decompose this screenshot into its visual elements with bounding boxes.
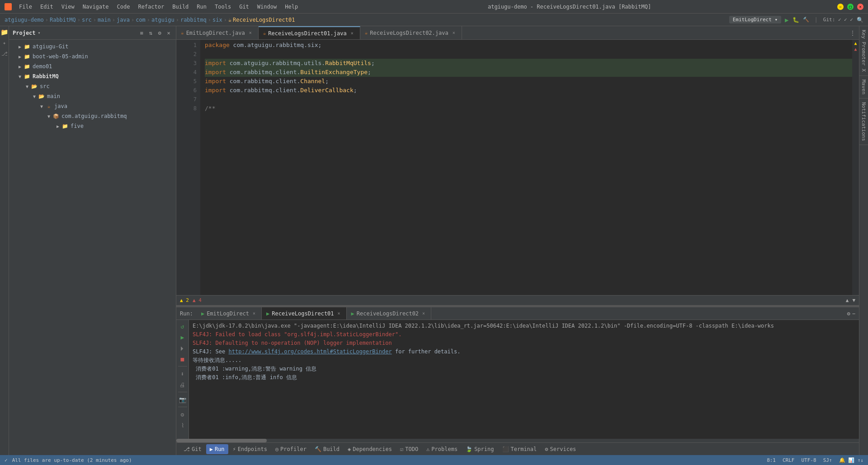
menu-run[interactable]: Run (193, 3, 210, 11)
breadcrumb-project[interactable]: atgiugu-demo (5, 17, 44, 23)
settings-button[interactable]: ⚙ (156, 29, 163, 37)
rerun-button[interactable]: ↺ (178, 322, 187, 331)
code-content[interactable]: package com.atguigu.rabbitmq.six; import… (200, 40, 852, 295)
breadcrumb-main[interactable]: main (98, 17, 111, 23)
bottom-tab-run[interactable]: ▶ Run (206, 444, 228, 454)
tab-close-button[interactable]: × (349, 30, 355, 37)
toolbar-build[interactable]: 🔨 (803, 17, 809, 23)
menu-file[interactable]: File (15, 3, 36, 11)
settings-run-button[interactable]: ⚙ (178, 410, 187, 419)
breadcrumb-six[interactable]: six (212, 17, 222, 23)
minimize-button[interactable]: − (837, 4, 844, 10)
project-panel-toggle[interactable]: 📁 (1, 28, 8, 36)
cursor-position[interactable]: 8:1 (767, 457, 776, 463)
wrap-output-button[interactable]: ⌇ (178, 421, 187, 430)
tree-item-src[interactable]: ▼ 📂 src (9, 81, 176, 91)
run-tab-emit[interactable]: ▶ EmitLogDirect × (197, 307, 262, 319)
tab-receive-01[interactable]: ☕ ReceiveLogsDirect01.java × (259, 26, 360, 39)
tree-item-atgiugu-git[interactable]: ▶ 📁 atgiugu-Git (9, 42, 176, 52)
bottom-tab-services[interactable]: ⚙ Services (541, 444, 580, 454)
toolbar-search[interactable]: 🔍 (857, 17, 863, 23)
run-content: ↺ ▶ ⏵ ■ ⬇ 🖨 📷 ⚙ ⌇ (176, 320, 859, 439)
tree-item-main[interactable]: ▼ 📂 main (9, 91, 176, 101)
bottom-tab-git[interactable]: ⎇ Git (180, 444, 205, 454)
run-tab-close[interactable]: × (336, 311, 342, 316)
menu-navigate[interactable]: Navigate (79, 3, 113, 11)
bottom-tab-terminal[interactable]: ⬛ Terminal (499, 444, 541, 454)
menu-git[interactable]: Git (236, 3, 253, 11)
bottom-tab-profiler[interactable]: ◎ Profiler (272, 444, 310, 454)
more-tabs-button[interactable]: ⋮ (850, 30, 855, 36)
tab-receive-02[interactable]: ☕ ReceiveLogsDirect02.java × (360, 26, 462, 39)
hide-run-button[interactable]: − (852, 310, 855, 317)
menu-view[interactable]: View (58, 3, 78, 11)
line-separator[interactable]: CRLF (783, 457, 795, 463)
breadcrumb-file[interactable]: ☕ReceiveLogsDirect01 (228, 17, 295, 23)
scroll-down[interactable]: ▼ (852, 297, 855, 303)
scroll-to-end[interactable]: ⬇ (178, 369, 187, 378)
key-promoter-tab[interactable]: Key Promoter X (859, 26, 868, 76)
run-output[interactable]: E:\jdk\jdk-17.0.2\bin\java.exe "-javaage… (189, 320, 859, 439)
menu-edit[interactable]: Edit (37, 3, 57, 11)
branch-icon[interactable]: ⎇ (1, 50, 8, 57)
code-editor[interactable]: 1 2 3 4 5 6 7 8 package com.atguigu.rabb… (176, 40, 859, 295)
bottom-tab-dependencies[interactable]: ◈ Dependencies (344, 444, 396, 454)
toolbar-run-config[interactable]: EmitLogDirect ▾ (729, 16, 781, 23)
code-line-7 (205, 95, 852, 104)
tree-item-rabbitmq[interactable]: ▼ 📁 RabbitMQ (9, 71, 176, 81)
commit-icon[interactable]: ✦ (1, 39, 8, 47)
run-tab-close[interactable]: × (421, 311, 426, 316)
menu-build[interactable]: Build (169, 3, 192, 11)
notifications-tab[interactable]: Notifications (859, 99, 868, 145)
stop-button[interactable]: ■ (178, 354, 187, 363)
maximize-button[interactable]: □ (847, 4, 854, 10)
resume-button[interactable]: ⏵ (178, 343, 187, 352)
breadcrumb-src[interactable]: src (82, 17, 92, 23)
tree-item-boot-web[interactable]: ▶ 📁 boot-web-05-admin (9, 52, 176, 61)
breadcrumb-java[interactable]: java (117, 17, 130, 23)
tab-close-button[interactable]: × (451, 30, 457, 36)
sort-button[interactable]: ⇅ (147, 29, 154, 37)
tree-item-five[interactable]: ▶ 📁 five (9, 121, 176, 131)
maven-tab[interactable]: Maven (859, 76, 868, 99)
run-horizontal-scrollbar[interactable] (176, 439, 859, 442)
print-button[interactable]: 🖨 (178, 380, 187, 389)
breadcrumb-rabbitmq[interactable]: rabbitmq (180, 17, 207, 23)
tree-item-java[interactable]: ▼ ☕ java (9, 101, 176, 111)
breadcrumb-atguigu[interactable]: atguigu (151, 17, 175, 23)
toolbar-debug-btn[interactable]: 🐛 (793, 17, 799, 23)
run-button[interactable]: ▶ (178, 333, 187, 342)
run-tab-receive02[interactable]: ▶ ReceiveLogsDirect02 × (347, 307, 432, 319)
settings-icon[interactable]: ⚙ (847, 310, 850, 317)
close-button[interactable]: × (857, 4, 863, 10)
menu-window[interactable]: Window (254, 3, 280, 11)
slf4j-link[interactable]: http://www.slf4j.org/codes.html#StaticLo… (228, 348, 392, 355)
menu-help[interactable]: Help (281, 3, 302, 11)
breadcrumb-module[interactable]: RabbitMQ (50, 17, 76, 23)
bottom-tab-todo[interactable]: ☑ TODO (396, 444, 422, 454)
code-line-2 (205, 50, 852, 59)
bottom-tab-endpoints[interactable]: ⚡ Endpoints (229, 444, 271, 454)
problems-icon: ⚠ (426, 446, 429, 452)
scroll-up[interactable]: ▲ (846, 297, 849, 303)
tab-emit-log-direct[interactable]: ☕ EmitLogDirect.java × (176, 26, 259, 39)
breadcrumb-com[interactable]: com (136, 17, 146, 23)
collapse-all-button[interactable]: ≡ (138, 29, 145, 37)
menu-tools[interactable]: Tools (211, 3, 235, 11)
bottom-tab-spring[interactable]: 🍃 Spring (462, 444, 497, 454)
panel-dropdown-arrow[interactable]: ▾ (38, 30, 41, 35)
tree-item-demo01[interactable]: ▶ 📁 demo01 (9, 61, 176, 71)
tab-close-button[interactable]: × (247, 30, 254, 36)
toolbar-run-btn[interactable]: ▶ (785, 16, 788, 23)
menu-refactor[interactable]: Refactor (134, 3, 168, 11)
menu-code[interactable]: Code (113, 3, 134, 11)
bottom-tab-build[interactable]: 🔨 Build (311, 444, 343, 454)
scrollbar-thumb[interactable] (176, 439, 267, 442)
encoding[interactable]: UTF-8 (802, 457, 816, 463)
camera-button[interactable]: 📷 (178, 395, 187, 404)
bottom-tab-problems[interactable]: ⚠ Problems (423, 444, 461, 454)
run-tab-receive01[interactable]: ▶ ReceiveLogsDirect01 × (262, 307, 347, 319)
run-tab-close[interactable]: × (251, 311, 257, 316)
hide-panel-button[interactable]: ✕ (165, 29, 172, 37)
tree-item-package[interactable]: ▼ 📦 com.atguigu.rabbitmq (9, 111, 176, 121)
